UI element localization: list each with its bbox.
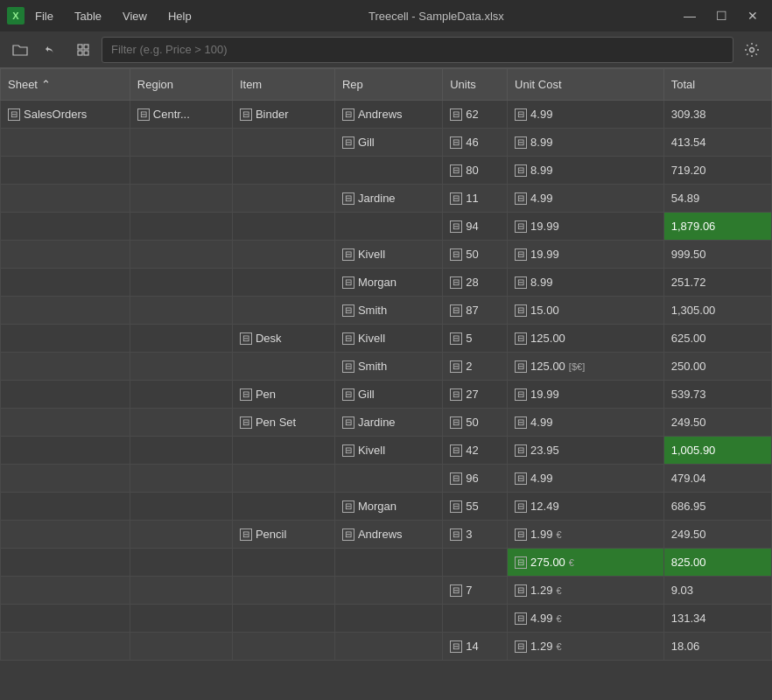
expand-icon[interactable]: ⊟ xyxy=(342,444,354,457)
table-cell xyxy=(1,269,130,297)
expand-icon[interactable]: ⊟ xyxy=(515,304,527,317)
svg-rect-0 xyxy=(78,45,82,49)
table-row: ⊟Morgan⊟28⊟8.99251.72 xyxy=(1,269,772,297)
filter-input[interactable] xyxy=(102,37,733,63)
col-header-rep[interactable]: Rep xyxy=(334,69,442,101)
currency-badge: € xyxy=(556,529,561,540)
expand-icon[interactable]: ⊟ xyxy=(342,416,354,429)
expand-icon[interactable]: ⊟ xyxy=(515,192,527,205)
table-cell-unitcost: ⊟4.99 xyxy=(508,101,664,129)
expand-icon[interactable]: ⊟ xyxy=(342,332,354,345)
expand-icon[interactable]: ⊟ xyxy=(450,304,462,317)
expand-icon[interactable]: ⊟ xyxy=(450,108,462,121)
expand-icon[interactable]: ⊟ xyxy=(240,416,252,429)
expand-icon[interactable]: ⊟ xyxy=(515,500,527,513)
expand-icon[interactable]: ⊟ xyxy=(515,416,527,429)
expand-icon[interactable]: ⊟ xyxy=(450,528,462,541)
maximize-button[interactable]: ☐ xyxy=(709,4,733,28)
expand-icon[interactable]: ⊟ xyxy=(515,164,527,177)
folder-button[interactable] xyxy=(7,37,33,63)
menu-view[interactable]: View xyxy=(119,8,151,24)
expand-icon[interactable]: ⊟ xyxy=(450,472,462,485)
expand-icon[interactable]: ⊟ xyxy=(342,136,354,149)
expand-icon[interactable]: ⊟ xyxy=(515,332,527,345)
col-header-units[interactable]: Units xyxy=(443,69,508,101)
expand-icon[interactable]: ⊟ xyxy=(515,220,527,233)
close-button[interactable]: ✕ xyxy=(740,4,765,28)
table-cell-units: ⊟11 xyxy=(443,185,508,213)
table-cell-total: 250.00 xyxy=(663,353,771,381)
menu-table[interactable]: Table xyxy=(71,8,105,24)
expand-icon[interactable]: ⊟ xyxy=(342,388,354,401)
expand-icon[interactable]: ⊟ xyxy=(240,332,252,345)
col-header-unitcost[interactable]: Unit Cost xyxy=(508,69,664,101)
expand-icon[interactable]: ⊟ xyxy=(515,556,527,569)
table-row: ⊟Pencil⊟Andrews⊟3⊟1.99€249.50 xyxy=(1,521,772,549)
expand-icon[interactable]: ⊟ xyxy=(450,388,462,401)
expand-icon[interactable]: ⊟ xyxy=(450,164,462,177)
expand-icon[interactable]: ⊟ xyxy=(515,108,527,121)
expand-icon[interactable]: ⊟ xyxy=(450,584,462,597)
expand-icon[interactable]: ⊟ xyxy=(240,528,252,541)
expand-icon[interactable]: ⊟ xyxy=(450,416,462,429)
table-cell-units: ⊟46 xyxy=(443,129,508,157)
expand-icon[interactable]: ⊟ xyxy=(240,388,252,401)
table-cell-total: 309.38 xyxy=(663,101,771,129)
expand-icon[interactable]: ⊟ xyxy=(515,640,527,653)
expand-icon[interactable]: ⊟ xyxy=(515,360,527,373)
table-cell-unitcost: ⊟23.95 xyxy=(508,437,664,465)
expand-icon[interactable]: ⊟ xyxy=(342,500,354,513)
currency-badge: [$€] xyxy=(569,361,585,372)
table-row: ⊟Morgan⊟55⊟12.49686.95 xyxy=(1,493,772,521)
undo-button[interactable] xyxy=(39,37,65,63)
expand-button[interactable] xyxy=(70,37,96,63)
expand-icon[interactable]: ⊟ xyxy=(342,276,354,289)
table-cell xyxy=(130,465,232,493)
expand-icon[interactable]: ⊟ xyxy=(450,192,462,205)
col-header-sheet[interactable]: Sheet ⌃ xyxy=(1,69,130,101)
expand-icon[interactable]: ⊟ xyxy=(515,528,527,541)
expand-icon[interactable]: ⊟ xyxy=(515,136,527,149)
expand-icon[interactable]: ⊟ xyxy=(342,528,354,541)
expand-icon[interactable]: ⊟ xyxy=(450,332,462,345)
expand-icon[interactable]: ⊟ xyxy=(240,108,252,121)
expand-icon[interactable]: ⊟ xyxy=(515,276,527,289)
expand-icon[interactable]: ⊟ xyxy=(450,136,462,149)
col-header-total[interactable]: Total xyxy=(663,69,771,101)
expand-icon[interactable]: ⊟ xyxy=(450,248,462,261)
table-cell: ⊟Jardine xyxy=(334,409,442,437)
expand-icon[interactable]: ⊟ xyxy=(342,248,354,261)
expand-icon[interactable]: ⊟ xyxy=(515,388,527,401)
expand-icon[interactable]: ⊟ xyxy=(515,472,527,485)
expand-icon[interactable]: ⊟ xyxy=(342,192,354,205)
table-cell-unitcost: ⊟19.99 xyxy=(508,381,664,409)
table-cell-units: ⊟96 xyxy=(443,465,508,493)
expand-icon[interactable]: ⊟ xyxy=(342,304,354,317)
expand-icon[interactable]: ⊟ xyxy=(137,108,150,121)
expand-icon[interactable]: ⊟ xyxy=(342,360,354,373)
expand-icon[interactable]: ⊟ xyxy=(450,276,462,289)
expand-icon[interactable]: ⊟ xyxy=(342,108,354,121)
expand-icon[interactable]: ⊟ xyxy=(450,360,462,373)
expand-icon[interactable]: ⊟ xyxy=(450,444,462,457)
col-header-region[interactable]: Region xyxy=(130,69,232,101)
minimize-button[interactable]: — xyxy=(677,4,702,28)
expand-icon[interactable]: ⊟ xyxy=(450,500,462,513)
table-row: ⊟94⊟19.991,879.06 xyxy=(1,213,772,241)
expand-icon[interactable]: ⊟ xyxy=(515,444,527,457)
expand-icon[interactable]: ⊟ xyxy=(515,584,527,597)
expand-icon[interactable]: ⊟ xyxy=(8,108,20,121)
expand-icon[interactable]: ⊟ xyxy=(515,248,527,261)
col-header-item[interactable]: Item xyxy=(232,69,334,101)
expand-icon[interactable]: ⊟ xyxy=(515,612,527,625)
expand-icon[interactable]: ⊟ xyxy=(450,220,462,233)
menu-help[interactable]: Help xyxy=(165,8,195,24)
table-cell-total: 625.00 xyxy=(663,325,771,353)
table-cell xyxy=(1,577,130,605)
settings-button[interactable] xyxy=(739,37,765,63)
menu-file[interactable]: File xyxy=(32,8,57,24)
expand-icon[interactable]: ⊟ xyxy=(450,640,462,653)
table-cell: ⊟Morgan xyxy=(334,269,442,297)
table-cell-unitcost: ⊟1.29€ xyxy=(508,633,664,661)
table-cell xyxy=(232,493,334,521)
